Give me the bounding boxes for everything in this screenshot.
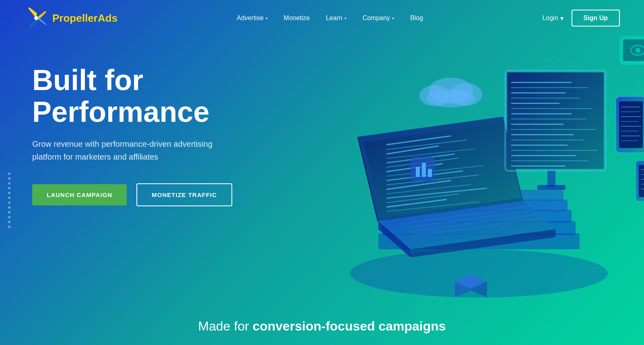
svg-point-77 xyxy=(581,60,582,61)
svg-point-84 xyxy=(575,66,576,67)
hero-content: Built for Performance Grow revenue with … xyxy=(32,64,232,206)
launch-campaign-button[interactable]: LAUNCH CAMPAIGN xyxy=(32,184,127,205)
brand-name: PropellerAds xyxy=(52,12,118,25)
hero-subtitle: Grow revenue with performance-driven adv… xyxy=(32,138,232,163)
logo[interactable]: PropellerAds xyxy=(24,6,118,30)
nav-label-monetize: Monetize xyxy=(284,14,310,22)
nav-label-blog: Blog xyxy=(410,14,423,22)
hero-title-line2: Performance xyxy=(32,96,209,128)
chevron-down-icon-company: ▾ xyxy=(392,16,394,21)
navbar: PropellerAds Advertise ▾ Monetize Learn … xyxy=(0,0,644,36)
nav-item-company[interactable]: Company ▾ xyxy=(363,14,394,22)
svg-point-78 xyxy=(539,66,540,67)
nav-right: Login ▾ Sign Up xyxy=(542,10,620,27)
svg-point-74 xyxy=(563,60,564,61)
hero-illustration xyxy=(298,24,644,322)
svg-rect-27 xyxy=(507,72,604,169)
brand-part1: Propeller xyxy=(52,12,98,24)
svg-point-70 xyxy=(539,60,540,61)
svg-point-83 xyxy=(569,66,570,67)
hero-title-line1: Built for xyxy=(32,64,143,96)
nav-label-company: Company xyxy=(363,14,390,22)
svg-point-73 xyxy=(557,60,558,61)
nav-item-learn[interactable]: Learn ▾ xyxy=(326,14,347,22)
chevron-down-icon-learn: ▾ xyxy=(345,16,347,21)
monetize-traffic-label: MONETIZE TRAFFIC xyxy=(152,191,217,198)
svg-point-85 xyxy=(581,66,582,67)
nav-label-advertise: Advertise xyxy=(237,14,264,22)
svg-point-76 xyxy=(575,60,576,61)
brand-part2: Ads xyxy=(98,12,118,24)
svg-rect-59 xyxy=(623,39,644,61)
monetize-traffic-button[interactable]: MONETIZE TRAFFIC xyxy=(136,183,232,206)
svg-point-61 xyxy=(636,48,640,53)
chevron-down-icon-login: ▾ xyxy=(560,14,564,22)
bottom-text-bold: conversion-focused campaigns xyxy=(253,319,446,333)
svg-rect-30 xyxy=(537,185,566,190)
svg-rect-69 xyxy=(428,169,432,177)
hero-buttons: LAUNCH CAMPAIGN MONETIZE TRAFFIC xyxy=(32,183,232,206)
svg-point-72 xyxy=(551,60,552,61)
svg-point-65 xyxy=(427,90,475,107)
svg-rect-29 xyxy=(547,171,555,187)
signup-label: Sign Up xyxy=(584,14,608,21)
svg-point-81 xyxy=(557,66,558,67)
nav-links: Advertise ▾ Monetize Learn ▾ Company ▾ xyxy=(237,14,423,22)
signup-button[interactable]: Sign Up xyxy=(572,10,620,27)
svg-point-79 xyxy=(545,66,546,67)
svg-point-75 xyxy=(569,60,570,61)
svg-point-71 xyxy=(545,60,546,61)
bottom-text-normal: Made for xyxy=(198,319,252,333)
chevron-down-icon: ▾ xyxy=(266,16,268,21)
login-button[interactable]: Login ▾ xyxy=(542,14,563,22)
hero-section: PropellerAds Advertise ▾ Monetize Learn … xyxy=(0,0,644,345)
hero-title: Built for Performance xyxy=(32,64,232,128)
login-label: Login xyxy=(542,14,558,22)
logo-icon xyxy=(24,6,48,30)
svg-point-0 xyxy=(34,16,38,20)
illustration-svg xyxy=(298,24,644,322)
nav-item-blog[interactable]: Blog xyxy=(410,14,423,22)
bottom-tagline: Made for conversion-focused campaigns xyxy=(198,319,446,334)
svg-rect-68 xyxy=(422,163,426,177)
decorative-dots xyxy=(8,172,10,228)
nav-label-learn: Learn xyxy=(326,14,343,22)
svg-point-80 xyxy=(551,66,552,67)
launch-campaign-label: LAUNCH CAMPAIGN xyxy=(47,191,112,198)
svg-rect-67 xyxy=(416,167,420,177)
nav-item-monetize[interactable]: Monetize xyxy=(284,14,310,22)
nav-item-advertise[interactable]: Advertise ▾ xyxy=(237,14,268,22)
svg-point-82 xyxy=(563,66,564,67)
